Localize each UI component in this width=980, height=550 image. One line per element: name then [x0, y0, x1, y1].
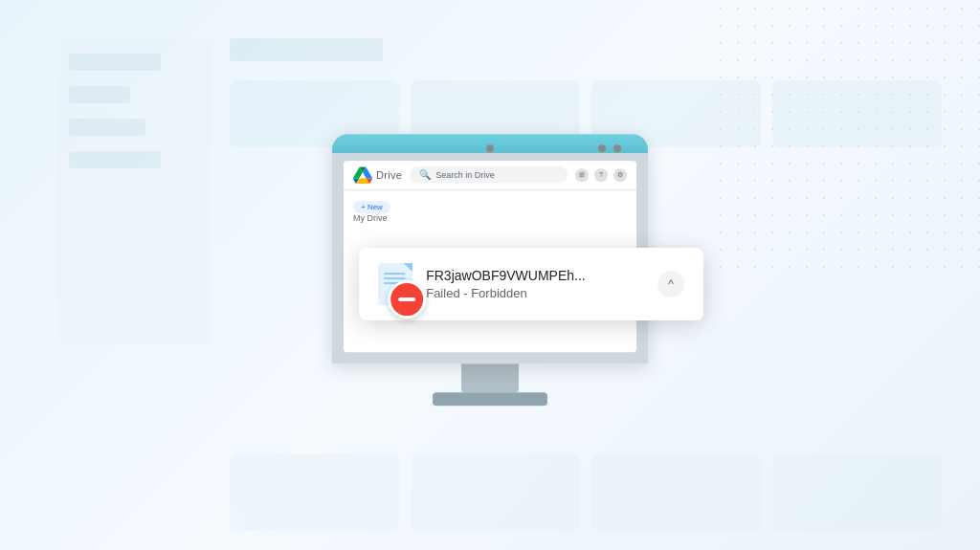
bg-bottom-grid [230, 454, 942, 531]
download-popup: FR3jawOBF9VWUMPEh... Failed - Forbidden … [359, 248, 703, 320]
popup-status: Failed - Forbidden [426, 286, 644, 300]
bg-title-bar [230, 38, 383, 61]
bg-bottom-card-2 [411, 454, 580, 531]
drive-new-button[interactable]: + New [353, 201, 390, 213]
monitor-stand-base [433, 392, 547, 406]
bg-sidebar-item-1 [69, 54, 161, 71]
bg-sidebar-item-3 [69, 119, 145, 136]
bg-bottom-card-4 [772, 454, 942, 531]
drive-logo-icon [353, 166, 372, 184]
popup-collapse-button[interactable]: ^ [657, 271, 684, 297]
grid-view-icon[interactable]: ⊞ [575, 168, 589, 182]
bg-sidebar-item-4 [69, 151, 161, 168]
monitor-stand-neck [461, 363, 519, 392]
bg-sidebar-item-2 [69, 86, 130, 103]
drive-wordmark: Drive [376, 169, 402, 181]
bg-sidebar [57, 38, 211, 344]
drive-topbar: Drive 🔍 Search in Drive ⊞ ? ⚙ [344, 161, 636, 190]
drive-topbar-icons: ⊞ ? ⚙ [575, 168, 627, 182]
drive-search-bar[interactable]: 🔍 Search in Drive [410, 166, 568, 183]
forbidden-badge [388, 280, 426, 319]
drive-my-drive-label: My Drive [353, 213, 627, 223]
help-icon[interactable]: ? [594, 168, 608, 182]
search-icon: 🔍 [419, 169, 431, 180]
search-placeholder-text: Search in Drive [435, 170, 495, 180]
drive-content: + New My Drive [344, 190, 636, 232]
forbidden-icon-container [388, 280, 426, 319]
bg-bottom-card-1 [230, 454, 399, 531]
drive-logo-area: Drive [353, 166, 402, 184]
bg-card-4 [772, 80, 942, 147]
file-icon-container [378, 263, 412, 305]
forbidden-dash [398, 297, 415, 301]
popup-info: FR3jawOBF9VWUMPEh... Failed - Forbidden [426, 268, 644, 300]
popup-filename: FR3jawOBF9VWUMPEh... [426, 268, 644, 283]
bg-bottom-card-3 [591, 454, 761, 531]
settings-icon[interactable]: ⚙ [613, 168, 627, 182]
